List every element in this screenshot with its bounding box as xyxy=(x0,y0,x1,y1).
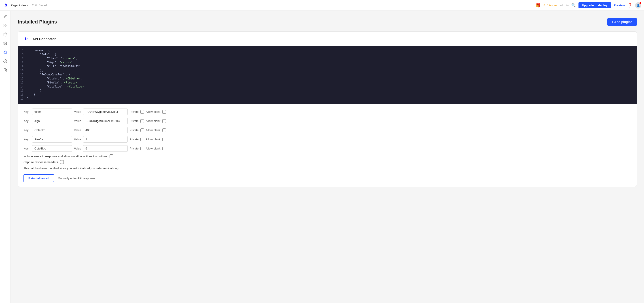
code-line: 17 } xyxy=(18,97,636,101)
code-line: 14 "CbteTipo" : <CbteTipo> xyxy=(18,85,636,89)
sidebar-item-design[interactable] xyxy=(1,13,10,21)
private-checkbox-token[interactable] xyxy=(140,110,144,114)
allow-blank-checkbox-token[interactable] xyxy=(162,110,166,114)
page-label: Page: xyxy=(11,4,18,7)
preview-button[interactable]: Preview xyxy=(614,4,625,7)
page-name: index xyxy=(19,4,26,7)
modified-notice: This call has been modified since you la… xyxy=(24,166,631,170)
value-label-2: Value xyxy=(74,119,81,123)
sidebar-item-settings[interactable] xyxy=(1,57,10,65)
main-content: Installed Plugins + Add plugins b API Co… xyxy=(11,11,644,303)
page-header: Installed Plugins + Add plugins xyxy=(18,18,637,26)
svg-rect-0 xyxy=(4,24,5,25)
code-line: 11 "FeCompConsReq" : { xyxy=(18,73,636,77)
value-input-cbtenro[interactable] xyxy=(83,127,128,133)
edit-label: Edit xyxy=(32,4,37,7)
issues-label: 0 issues xyxy=(547,4,558,7)
allow-blank-checkbox-sign[interactable] xyxy=(162,119,166,123)
allow-blank-label-2: Allow blank xyxy=(146,119,160,123)
svg-point-5 xyxy=(5,61,6,62)
allow-blank-checkbox-cbtenro[interactable] xyxy=(162,128,166,132)
svg-point-4 xyxy=(4,33,7,34)
sidebar-item-logs[interactable] xyxy=(1,66,10,74)
key-label-2: Key xyxy=(24,119,30,123)
chevron-down-icon: ▾ xyxy=(27,4,28,7)
code-line: 15 } xyxy=(18,89,636,93)
saved-label: Saved xyxy=(38,4,47,7)
code-line: 9 "Cuit": "20409378472" xyxy=(18,65,636,69)
include-errors-row: Include errors in response and allow wor… xyxy=(24,154,631,158)
sidebar-item-data[interactable] xyxy=(1,31,10,39)
undo-button[interactable]: ↩ xyxy=(560,3,563,8)
include-errors-checkbox[interactable] xyxy=(110,154,113,158)
allow-blank-label-3: Allow blank xyxy=(146,128,160,132)
private-label-4: Private xyxy=(130,138,138,141)
avatar-initials: 👤 xyxy=(636,4,640,7)
private-checkbox-cbtenro[interactable] xyxy=(140,128,144,132)
key-input-ptovta[interactable] xyxy=(32,136,72,143)
param-row-token: Key Value Private Allow blank xyxy=(24,109,631,115)
private-label-3: Private xyxy=(130,128,138,132)
key-input-sign[interactable] xyxy=(32,118,72,124)
code-line: 5 params : { xyxy=(18,49,636,53)
plugin-icon: b xyxy=(22,35,30,42)
private-checkbox-cbtetipo[interactable] xyxy=(140,147,144,150)
key-input-token[interactable] xyxy=(32,109,72,115)
private-checkbox-sign[interactable] xyxy=(140,119,144,123)
code-line: 7 "Token": "<token>", xyxy=(18,57,636,61)
key-label-4: Key xyxy=(24,138,30,141)
code-editor: 5 params : { 6 "Auth" : { 7 "Token": "<t… xyxy=(18,46,636,104)
value-label-5: Value xyxy=(74,147,81,150)
private-label-2: Private xyxy=(130,119,138,123)
help-icon[interactable]: ❓ xyxy=(628,3,632,8)
key-label-3: Key xyxy=(24,128,30,132)
allow-blank-checkbox-ptovta[interactable] xyxy=(162,138,166,141)
warning-icon: ⚠ xyxy=(543,4,546,7)
allow-blank-label-1: Allow blank xyxy=(146,110,160,113)
allow-blank-label-5: Allow blank xyxy=(146,147,160,150)
page-selector[interactable]: Page: index ▾ xyxy=(11,4,28,7)
reinitialize-call-button[interactable]: Reinitialize call xyxy=(24,174,54,182)
allow-blank-label-4: Allow blank xyxy=(146,138,160,141)
gift-icon[interactable]: 🎁 xyxy=(536,3,540,8)
capture-headers-label: Capture response headers xyxy=(24,160,58,164)
allow-blank-checkbox-cbtetipo[interactable] xyxy=(162,147,166,150)
issues-button[interactable]: ⚠ 0 issues xyxy=(543,4,558,7)
param-row-cbtenro: Key Value Private Allow blank xyxy=(24,127,631,133)
sidebar-item-plugins[interactable] xyxy=(1,48,10,56)
code-line: 13 "PtoVta" : <PtoVta>, xyxy=(18,81,636,85)
code-line: 12 "CbteNro" : <CbteNro>, xyxy=(18,77,636,81)
key-input-cbtetipo[interactable] xyxy=(32,145,72,152)
svg-rect-1 xyxy=(6,24,7,25)
layout: Installed Plugins + Add plugins b API Co… xyxy=(0,11,644,303)
private-label-5: Private xyxy=(130,147,138,150)
upgrade-to-deploy-button[interactable]: Upgrade to deploy xyxy=(578,2,611,8)
svg-rect-2 xyxy=(4,26,5,27)
value-input-token[interactable] xyxy=(83,109,128,115)
add-plugins-button[interactable]: + Add plugins xyxy=(607,18,637,26)
plugin-header: b API Connector xyxy=(18,32,636,46)
value-label-4: Value xyxy=(74,138,81,141)
page-title: Installed Plugins xyxy=(18,19,57,25)
sidebar-item-elements[interactable] xyxy=(1,22,10,30)
param-row-sign: Key Value Private Allow blank xyxy=(24,118,631,124)
key-input-cbtenro[interactable] xyxy=(32,127,72,133)
value-input-cbtetipo[interactable] xyxy=(83,145,128,152)
search-icon[interactable]: 🔍 xyxy=(571,3,576,8)
code-line: 8 "Sign": "<sign>", xyxy=(18,61,636,65)
private-checkbox-ptovta[interactable] xyxy=(140,138,144,141)
sidebar-item-styles[interactable] xyxy=(1,39,10,48)
avatar[interactable]: 👤 xyxy=(635,2,641,9)
key-label-1: Key xyxy=(24,110,30,113)
manual-enter-button[interactable]: Manually enter API response xyxy=(58,177,95,180)
buttons-row: Reinitialize call Manually enter API res… xyxy=(24,174,631,182)
redo-button[interactable]: ↪ xyxy=(566,3,569,8)
include-errors-label: Include errors in response and allow wor… xyxy=(24,155,107,158)
capture-headers-checkbox[interactable] xyxy=(60,160,64,164)
code-line: 6 "Auth" : { xyxy=(18,53,636,57)
key-label-5: Key xyxy=(24,147,30,150)
private-label-1: Private xyxy=(130,110,138,113)
code-line: 10 }, xyxy=(18,69,636,73)
value-input-sign[interactable] xyxy=(83,118,128,124)
value-input-ptovta[interactable] xyxy=(83,136,128,143)
